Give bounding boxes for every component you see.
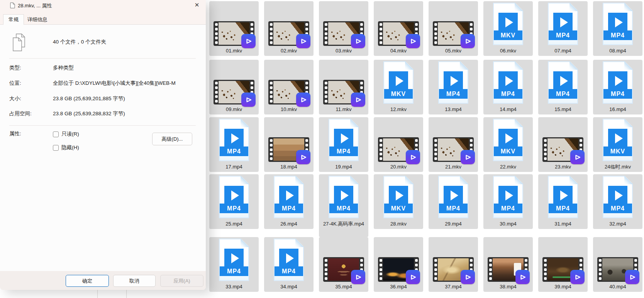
video-file-icon: MP4 [548, 3, 578, 45]
file-tile[interactable]: MP4 14.mp4 [483, 60, 533, 114]
file-tile[interactable]: MP4 31.mp4 [538, 174, 588, 229]
play-icon [553, 13, 573, 32]
file-tile[interactable]: MP4 19.mp4 [319, 117, 368, 172]
play-icon [608, 186, 627, 205]
file-tile[interactable]: 02.mkv [264, 1, 314, 56]
page-fold-icon [405, 61, 414, 70]
filmstrip-holes-left [543, 258, 547, 281]
file-tile[interactable]: 01.mkv [209, 1, 259, 56]
filmstrip-holes-left [598, 258, 602, 281]
video-thumbnail [378, 137, 419, 162]
file-tile[interactable]: 40.mp4 [593, 237, 642, 292]
close-icon[interactable]: ✕ [192, 1, 202, 9]
file-tile[interactable]: MKV 28.mkv [374, 174, 423, 229]
file-tile[interactable]: 36.mp4 [374, 237, 423, 292]
potplayer-badge-icon [625, 270, 639, 284]
file-name: 31.mp4 [539, 221, 587, 227]
file-tile[interactable]: MP4 13.mp4 [429, 60, 478, 114]
cancel-button[interactable]: 取消 [113, 275, 156, 287]
apply-button[interactable]: 应用(A) [160, 275, 203, 287]
file-tile[interactable]: MP4 25.mp4 [209, 174, 259, 229]
file-tile[interactable]: MP4 07.mp4 [538, 1, 588, 56]
potplayer-badge-icon [351, 270, 365, 284]
file-tile[interactable]: MKV 22.mkv [483, 117, 533, 172]
file-name: 01.mkv [210, 48, 258, 54]
filmstrip-holes-left [269, 81, 273, 103]
file-name: 35.mp4 [320, 284, 368, 290]
hidden-checkbox[interactable] [53, 145, 59, 151]
file-tile[interactable]: MP4 29.mp4 [429, 174, 478, 229]
file-tile[interactable]: 11.mkv [319, 60, 368, 114]
field-value-type: 多种类型 [53, 64, 206, 71]
file-tile[interactable]: MP4 17.mp4 [209, 117, 259, 172]
file-tile[interactable]: MP4 15.mp4 [538, 60, 588, 114]
file-icon-zone: MP4 [264, 237, 314, 283]
file-page-icon [10, 2, 15, 10]
filmstrip-holes-left [269, 138, 273, 161]
file-icon-zone [264, 60, 314, 105]
file-tile[interactable]: 05.mkv [429, 1, 478, 56]
file-name: 15.mp4 [539, 106, 587, 112]
file-tile[interactable]: MKV 24临时.mkv [593, 117, 642, 172]
file-icon-zone: MP4 [209, 117, 259, 163]
file-tile[interactable]: MP4 34.mp4 [264, 237, 314, 292]
page-fold-icon [460, 176, 468, 184]
hidden-checkbox-label: 隐藏(H) [61, 144, 79, 151]
file-tile[interactable]: 23.mkv [538, 117, 588, 172]
video-thumbnail [542, 257, 583, 282]
file-tile[interactable]: MKV 06.mkv [483, 1, 533, 56]
file-tile[interactable]: 39.mp4 [538, 237, 588, 292]
dialog-titlebar[interactable]: 28.mkv, ... 属性 ✕ [0, 0, 206, 14]
format-banner: MP4 [549, 30, 577, 40]
filmstrip-holes-left [543, 138, 547, 161]
file-name: 30.mp4 [484, 221, 532, 227]
file-name: 14.mp4 [484, 106, 532, 112]
file-tile[interactable]: MP4 08.mp4 [593, 1, 642, 56]
file-tile[interactable]: 10.mkv [264, 60, 314, 114]
file-tile[interactable]: 38.mp4 [483, 237, 533, 292]
file-count-text: 40 个文件，0 个文件夹 [53, 39, 106, 45]
file-icon-zone: MP4 [593, 60, 642, 105]
file-tile[interactable]: 18.mp4 [264, 117, 314, 172]
file-tile[interactable]: MP4 26.mp4 [264, 174, 314, 229]
page-fold-icon [569, 176, 578, 184]
file-tile[interactable]: MP4 27-4K.高码率.mp4 [319, 174, 368, 237]
file-icon-zone [429, 117, 478, 163]
page-fold-icon [350, 176, 359, 184]
play-icon [279, 186, 298, 205]
file-name: 10.mkv [265, 106, 313, 112]
file-tile[interactable]: 09.mkv [209, 60, 259, 114]
file-icon-zone [319, 1, 368, 47]
tab-details[interactable]: 详细信息 [22, 15, 53, 24]
file-tile[interactable]: MP4 33.mp4 [209, 237, 259, 292]
tab-general[interactable]: 常规 [3, 14, 24, 25]
potplayer-badge-icon [296, 34, 310, 48]
file-tile[interactable]: 04.mkv [374, 1, 423, 56]
video-thumbnail [433, 137, 474, 162]
field-value-size-on-disk: 23.8 GB (25,639,288,832 字节) [53, 110, 206, 117]
file-name: 07.mp4 [539, 48, 587, 54]
file-tile[interactable]: MP4 30.mp4 [483, 174, 533, 229]
file-tile[interactable]: 37.mp4 [429, 237, 478, 292]
file-name: 09.mkv [210, 106, 258, 112]
format-banner: MP4 [494, 204, 522, 213]
file-tile[interactable]: MP4 16.mp4 [593, 60, 642, 114]
file-name: 32.mp4 [594, 221, 642, 227]
file-tile[interactable]: MKV 12.mkv [374, 60, 423, 114]
field-value-size: 23.8 GB (25,639,201,885 字节) [53, 95, 206, 102]
readonly-checkbox[interactable] [53, 131, 59, 137]
file-tile[interactable]: 20.mkv [374, 117, 423, 172]
file-name: 37.mp4 [429, 284, 477, 290]
file-icon-zone: MKV [374, 60, 423, 105]
filmstrip-holes-left [324, 81, 328, 103]
file-icon-zone [209, 1, 259, 47]
potplayer-badge-icon [241, 34, 256, 48]
file-tile[interactable]: 35.mp4 [319, 237, 368, 292]
filmstrip-holes-left [324, 258, 328, 281]
advanced-button[interactable]: 高级(D)... [152, 133, 192, 145]
file-tile[interactable]: 21.mkv [429, 117, 478, 172]
file-tile[interactable]: 03.mkv [319, 1, 368, 56]
ok-button[interactable]: 确定 [66, 275, 109, 287]
file-tile[interactable]: MP4 32.mp4 [593, 174, 642, 229]
video-file-icon: MP4 [329, 176, 359, 218]
